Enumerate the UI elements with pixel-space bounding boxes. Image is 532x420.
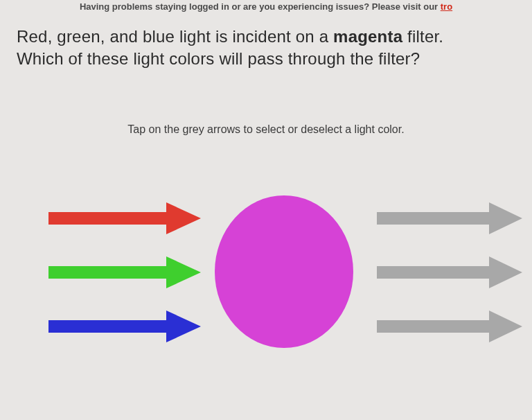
troubleshoot-link[interactable]: tro — [441, 1, 452, 12]
arrow-grey-bottom-shape — [377, 310, 522, 342]
arrow-grey-top-shape — [377, 202, 522, 234]
filter-diagram — [0, 175, 532, 369]
output-arrow-top[interactable] — [377, 202, 522, 234]
incoming-arrow-blue — [48, 310, 201, 342]
magenta-filter — [215, 195, 353, 348]
arrow-grey-middle-shape — [377, 256, 522, 288]
banner-text: Having problems staying logged in or are… — [80, 1, 441, 12]
output-arrow-bottom[interactable] — [377, 310, 522, 342]
arrow-red-shape — [48, 202, 201, 234]
incoming-arrow-red — [48, 202, 201, 234]
arrow-blue-shape — [48, 310, 201, 342]
question-text: Red, green, and blue light is incident o… — [17, 26, 515, 71]
arrow-green-shape — [48, 256, 201, 288]
incoming-arrow-green — [48, 256, 201, 288]
instruction-text: Tap on the grey arrows to select or dese… — [0, 123, 532, 136]
question-line-2: Which of these light colors will pass th… — [17, 48, 515, 70]
output-arrow-middle[interactable] — [377, 256, 522, 288]
question-line-1: Red, green, and blue light is incident o… — [17, 26, 515, 48]
notice-banner: Having problems staying logged in or are… — [0, 0, 532, 16]
